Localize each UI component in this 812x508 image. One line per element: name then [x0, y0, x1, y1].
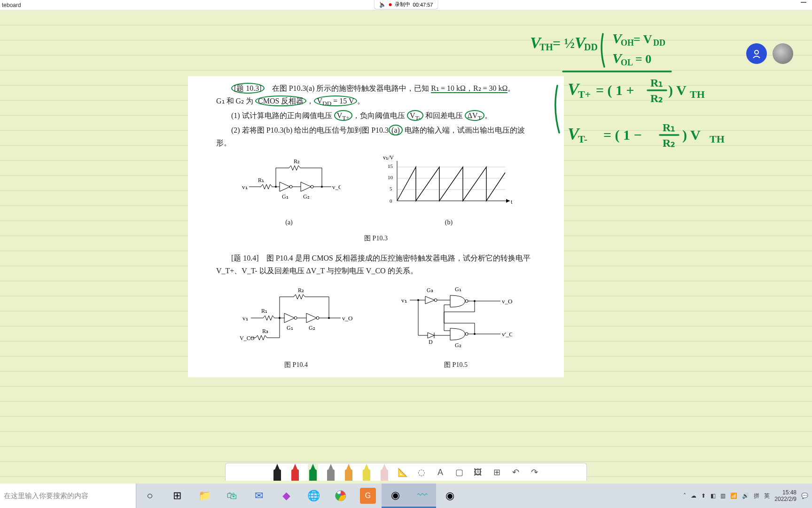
svg-text:OL: OL [621, 58, 633, 67]
ruler-tool[interactable]: 📐 [397, 467, 408, 478]
fig-p103a: v₁ R₁ G₁ G₂ v_O [237, 154, 341, 228]
svg-text:G₁: G₁ [287, 325, 293, 331]
svg-marker-4 [280, 182, 290, 191]
svg-text:v_O: v_O [342, 315, 352, 322]
svg-text:v₁: v₁ [401, 297, 407, 304]
svg-text:R₂: R₂ [663, 137, 675, 149]
chrome-icon [335, 490, 347, 502]
mail-button[interactable]: ✉ [245, 484, 273, 508]
pen-green[interactable] [308, 464, 318, 481]
svg-marker-40 [306, 313, 317, 323]
avatar-group [746, 43, 793, 64]
waveform-p103b-svg: v₁/V t 15 10 5 0 [383, 154, 515, 210]
tray-ime-mode[interactable]: 拼 [754, 492, 759, 500]
note-tool[interactable]: ▢ [453, 467, 465, 478]
text-tool[interactable]: A [435, 467, 446, 478]
audio-muted-icon[interactable]: 🔈 [379, 1, 386, 8]
visualstudio-button[interactable]: ◆ [273, 484, 300, 508]
svg-text:v₁: v₁ [242, 315, 248, 322]
pen-black[interactable] [272, 464, 282, 481]
image-tool[interactable]: 🖼 [472, 467, 484, 478]
svg-text:TH: TH [690, 88, 705, 100]
svg-text:=   ( 1 −: = ( 1 − [603, 127, 642, 143]
person-icon [752, 49, 761, 58]
pen-red[interactable] [290, 464, 300, 481]
lasso-tool[interactable]: ◌ [416, 467, 427, 478]
cortana-button[interactable]: ○ [136, 484, 164, 508]
svg-text:T-: T- [578, 133, 587, 145]
obs1-button[interactable]: ◉ [382, 484, 409, 508]
fig-p105: v₁ G₃ D [399, 284, 512, 371]
pen-orange[interactable] [344, 464, 354, 481]
tray-wifi-icon[interactable]: 📶 [730, 492, 737, 499]
circuit-p105-svg: v₁ G₃ D [399, 284, 512, 354]
svg-text:OH: OH [621, 38, 634, 48]
svg-point-19 [321, 186, 323, 188]
svg-text:TH: TH [710, 133, 725, 145]
taskbar-search[interactable]: 在这里输入你要搜索的内容 [0, 484, 136, 508]
whiteboard-button[interactable]: 〰 [409, 484, 436, 508]
notification-button[interactable]: 💬 [801, 492, 808, 499]
p103-intro: [题 10.3] 在图 P10.3(a) 所示的施密特触发器电路中，已知 R₁ … [216, 82, 536, 95]
add-tool[interactable]: ⊞ [491, 467, 502, 478]
tray-cloud-icon[interactable]: ☁ [691, 492, 696, 499]
tray-battery-icon[interactable]: ▥ [720, 492, 726, 499]
tray-volume-icon[interactable]: 🔊 [742, 492, 749, 499]
tray-clock[interactable]: 15:48 2022/2/9 [774, 489, 796, 503]
undo-button[interactable]: ↶ [510, 467, 521, 478]
chrome-button[interactable] [327, 484, 354, 508]
recording-indicator[interactable]: 🔈 录制中 00:47:57 [374, 0, 438, 9]
tray-chevron-icon[interactable]: ˄ [683, 492, 686, 499]
svg-point-64 [417, 299, 419, 301]
redo-button[interactable]: ↷ [529, 467, 540, 478]
svg-text:G₂: G₂ [309, 325, 315, 331]
circuit-p104-svg: v₁ R₁ G₁ G₂ v_O [240, 284, 352, 354]
obs2-button[interactable]: ◉ [436, 484, 463, 508]
recording-label: 录制中 [395, 1, 410, 8]
svg-text:= V: = V [633, 32, 652, 46]
svg-text:G₁: G₁ [282, 193, 289, 200]
svg-marker-66 [428, 333, 434, 338]
svg-text:D: D [429, 339, 433, 345]
svg-marker-22 [506, 199, 510, 203]
pen-gray[interactable] [326, 464, 336, 481]
svg-text:G₂: G₂ [455, 342, 461, 349]
eraser-tool[interactable] [379, 464, 390, 481]
svg-text:V_CO: V_CO [240, 335, 255, 341]
svg-text:v_O: v_O [332, 183, 341, 190]
svg-text:R₂: R₂ [298, 287, 304, 294]
svg-marker-36 [284, 313, 295, 323]
edge-button[interactable]: 🌐 [300, 484, 327, 508]
svg-text:0: 0 [390, 198, 392, 204]
clock-time: 15:48 [774, 489, 796, 496]
circuit-p103a-svg: v₁ R₁ G₁ G₂ v_O [237, 154, 341, 210]
svg-text:=  0: = 0 [635, 52, 651, 66]
wps-button[interactable]: G [360, 488, 376, 504]
svg-text:R₁: R₁ [261, 308, 267, 314]
svg-point-86 [474, 300, 476, 302]
problem-10-3: [题 10.3] 在图 P10.3(a) 所示的施密特触发器电路中，已知 R₁ … [216, 82, 536, 244]
fig-label-b: (b) [383, 217, 515, 228]
svg-text:TH: TH [539, 42, 553, 52]
user-avatar[interactable] [773, 43, 793, 64]
svg-text:= ½: = ½ [553, 35, 575, 51]
pen-toolbar: 📐 ◌ A ▢ 🖼 ⊞ ↶ ↷ [225, 463, 587, 481]
minimize-button[interactable] [801, 2, 806, 3]
taskview-button[interactable]: ⊞ [164, 484, 191, 508]
svg-point-87 [474, 333, 476, 335]
tray-shield-icon[interactable]: ⬆ [701, 492, 706, 499]
embedded-document: [题 10.3] 在图 P10.3(a) 所示的施密特触发器电路中，已知 R₁ … [188, 76, 564, 377]
caption-p103: 图 P10.3 [216, 233, 536, 244]
svg-text:15: 15 [388, 163, 393, 169]
store-button[interactable]: 🛍 [218, 484, 245, 508]
p104-intro: [题 10.4] 图 P10.4 是用 CMOS 反相器接成的压控施密特触发器电… [216, 252, 536, 277]
explorer-button[interactable]: 📁 [191, 484, 218, 508]
svg-text:R₂: R₂ [294, 158, 300, 165]
whiteboard-canvas[interactable]: [题 10.3] 在图 P10.3(a) 所示的施密特触发器电路中，已知 R₁ … [0, 10, 812, 484]
share-user-button[interactable] [746, 43, 767, 64]
tray-ime-lang[interactable]: 英 [764, 492, 770, 500]
tray-app-icon[interactable]: ◧ [710, 492, 716, 499]
svg-text:G₁: G₁ [455, 286, 461, 293]
highlighter-pen[interactable] [361, 464, 372, 481]
svg-point-74 [465, 333, 468, 335]
